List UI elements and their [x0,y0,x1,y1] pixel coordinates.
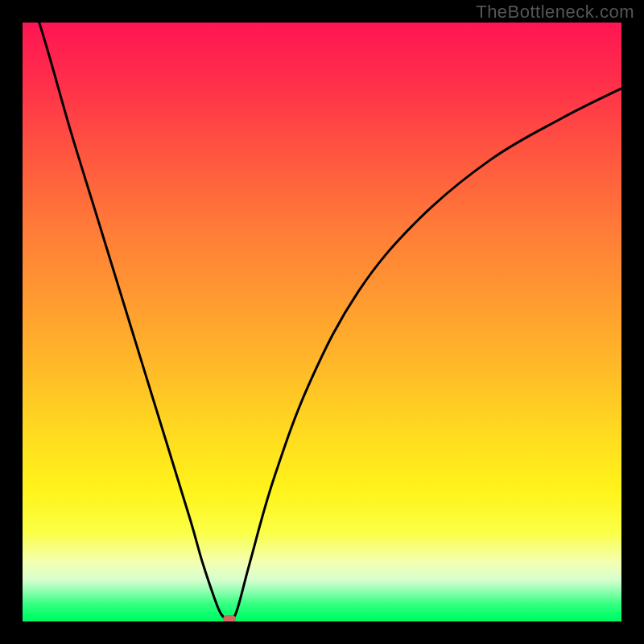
watermark-text: TheBottleneck.com [476,2,634,23]
minimum-marker [223,615,236,621]
plot-area [23,23,621,621]
bottleneck-curve [23,23,621,621]
chart-frame: TheBottleneck.com [0,0,644,644]
